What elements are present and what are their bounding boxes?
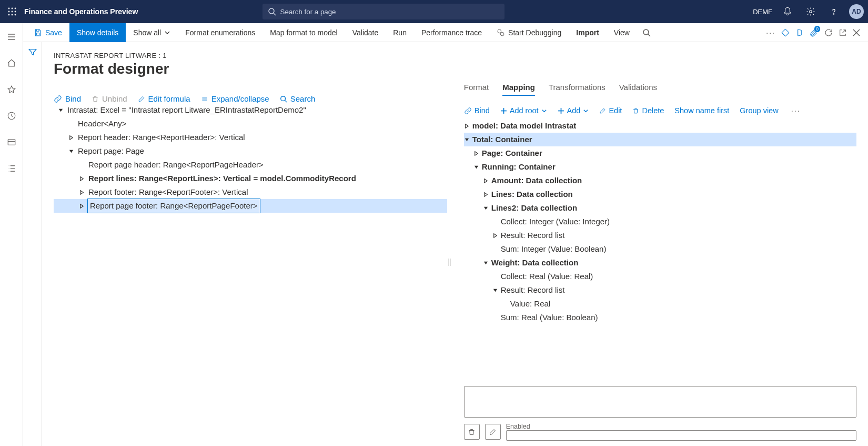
bind-button[interactable]: Bind — [54, 94, 81, 103]
svg-point-27 — [500, 32, 504, 36]
mapping-tree-row[interactable]: Amount: Data collection — [464, 174, 856, 187]
import-button[interactable]: Import — [569, 23, 607, 42]
tree-caret-icon[interactable] — [79, 203, 87, 209]
tree-caret-icon[interactable] — [483, 192, 491, 197]
format-tree[interactable]: Intrastat: Excel = "Intrastat report Lit… — [54, 103, 447, 213]
mapping-tree-row[interactable]: Total: Container — [464, 133, 856, 146]
tree-caret-icon[interactable] — [58, 107, 66, 113]
format-tree-row[interactable]: Header<Any> — [54, 117, 447, 131]
home-icon[interactable] — [3, 55, 20, 72]
refresh-icon[interactable] — [824, 28, 833, 37]
enabled-input[interactable] — [506, 430, 856, 441]
find-button[interactable] — [637, 23, 656, 42]
mapping-bind-button[interactable]: Bind — [464, 106, 490, 115]
app-launcher-icon[interactable] — [4, 4, 20, 19]
tree-caret-icon[interactable] — [79, 176, 87, 182]
add-root-button[interactable]: Add root — [500, 106, 547, 115]
mapping-tree-row[interactable]: Page: Container — [464, 146, 856, 160]
office-icon[interactable] — [795, 28, 804, 37]
mapping-tree-row[interactable]: Weight: Data collection — [464, 256, 856, 270]
tree-node-label: Report page header: Range<ReportPageHead… — [87, 158, 265, 172]
tree-node-label: Report page: Page — [77, 144, 145, 158]
mapping-tree-row[interactable]: model: Data model Intrastat — [464, 119, 856, 133]
view-button[interactable]: View — [607, 23, 637, 42]
format-tree-row[interactable]: Report lines: Range<ReportLines>: Vertic… — [54, 172, 447, 185]
group-view-button[interactable]: Group view — [740, 106, 778, 115]
help-icon[interactable] — [826, 4, 842, 19]
user-avatar[interactable]: AD — [849, 4, 864, 19]
mapping-tree-row[interactable]: Lines: Data collection — [464, 187, 856, 201]
expand-collapse-button[interactable]: Expand/collapse — [201, 94, 269, 103]
diamond-icon[interactable] — [781, 28, 790, 37]
format-tree-row[interactable]: Report header: Range<ReportHeader>: Vert… — [54, 131, 447, 144]
close-icon[interactable] — [852, 28, 861, 37]
mapping-tree-row[interactable]: Collect: Real (Value: Real) — [464, 270, 856, 283]
filter-icon[interactable] — [28, 47, 37, 446]
tree-caret-icon[interactable] — [68, 135, 77, 141]
tree-caret-icon[interactable] — [483, 205, 491, 211]
start-debugging-button[interactable]: Start Debugging — [489, 23, 569, 42]
show-all-button[interactable]: Show all — [126, 23, 178, 42]
format-tree-row[interactable]: Report page header: Range<ReportPageHead… — [54, 158, 447, 172]
tree-caret-icon[interactable] — [464, 123, 472, 129]
splitter[interactable]: ‖ — [447, 83, 452, 441]
notifications-icon[interactable] — [780, 4, 795, 19]
validate-button[interactable]: Validate — [345, 23, 386, 42]
format-enumerations-button[interactable]: Format enumerations — [178, 23, 263, 42]
mapping-tree[interactable]: model: Data model IntrastatTotal: Contai… — [464, 119, 856, 381]
format-tree-row[interactable]: Intrastat: Excel = "Intrastat report Lit… — [54, 103, 447, 117]
edit-button[interactable]: Edit — [599, 106, 622, 115]
format-tree-row[interactable]: Report page footer: Range<ReportPageFoot… — [54, 199, 447, 213]
modules-icon[interactable] — [3, 160, 20, 177]
mapping-tree-row[interactable]: Result: Record list — [464, 229, 856, 242]
mapping-tree-row[interactable]: Sum: Real (Value: Boolean) — [464, 311, 856, 324]
edit-formula-button[interactable]: Edit formula — [138, 94, 190, 103]
company-name[interactable]: DEMF — [753, 8, 772, 16]
mapping-more-icon[interactable]: ··· — [789, 106, 803, 115]
tree-caret-icon[interactable] — [473, 151, 482, 156]
tree-caret-icon[interactable] — [483, 260, 491, 266]
workspace-icon[interactable] — [3, 134, 20, 151]
map-format-to-model-button[interactable]: Map format to model — [263, 23, 345, 42]
tree-caret-icon[interactable] — [492, 288, 501, 293]
hamburger-icon[interactable] — [3, 28, 20, 45]
show-name-first-button[interactable]: Show name first — [674, 106, 729, 115]
tab-mapping[interactable]: Mapping — [502, 83, 535, 96]
tree-caret-icon[interactable] — [473, 164, 482, 170]
format-search-button[interactable]: Search — [280, 94, 316, 103]
tree-caret-icon[interactable] — [68, 148, 77, 154]
tab-transformations[interactable]: Transformations — [549, 83, 605, 96]
run-button[interactable]: Run — [386, 23, 414, 42]
global-search-input[interactable] — [263, 4, 504, 19]
show-details-button[interactable]: Show details — [69, 23, 126, 42]
tree-caret-icon[interactable] — [464, 137, 472, 143]
svg-line-29 — [648, 34, 650, 36]
tree-caret-icon[interactable] — [492, 233, 501, 239]
mapping-tree-row[interactable]: Value: Real — [464, 297, 856, 311]
mapping-tree-row[interactable]: Running: Container — [464, 160, 856, 174]
format-tree-row[interactable]: Report footer: Range<ReportFooter>: Vert… — [54, 185, 447, 199]
recent-icon[interactable] — [3, 107, 20, 124]
tree-caret-icon[interactable] — [79, 190, 87, 195]
favorites-icon[interactable] — [3, 81, 20, 98]
attachments-icon[interactable]: 0 — [809, 28, 819, 37]
tree-caret-icon[interactable] — [483, 178, 491, 184]
more-icon[interactable]: ··· — [766, 28, 775, 37]
unbind-button[interactable]: Unbind — [92, 94, 127, 103]
settings-icon[interactable] — [803, 4, 819, 19]
performance-trace-button[interactable]: Performance trace — [414, 23, 489, 42]
mapping-tree-row[interactable]: Result: Record list — [464, 283, 856, 297]
delete-button[interactable]: Delete — [632, 106, 664, 115]
mapping-tree-row[interactable]: Sum: Integer (Value: Boolean) — [464, 242, 856, 256]
expression-textarea[interactable] — [464, 386, 856, 418]
mapping-tree-row[interactable]: Collect: Integer (Value: Integer) — [464, 215, 856, 229]
add-button[interactable]: Add — [558, 106, 589, 115]
save-button[interactable]: Save — [26, 23, 69, 42]
popout-icon[interactable] — [839, 28, 847, 37]
clear-formula-button[interactable] — [464, 424, 480, 440]
tab-validations[interactable]: Validations — [619, 83, 657, 96]
format-tree-row[interactable]: Report page: Page — [54, 144, 447, 158]
mapping-tree-row[interactable]: Lines2: Data collection — [464, 201, 856, 215]
tab-format[interactable]: Format — [464, 83, 489, 96]
edit-formula-button-small[interactable] — [485, 424, 501, 440]
